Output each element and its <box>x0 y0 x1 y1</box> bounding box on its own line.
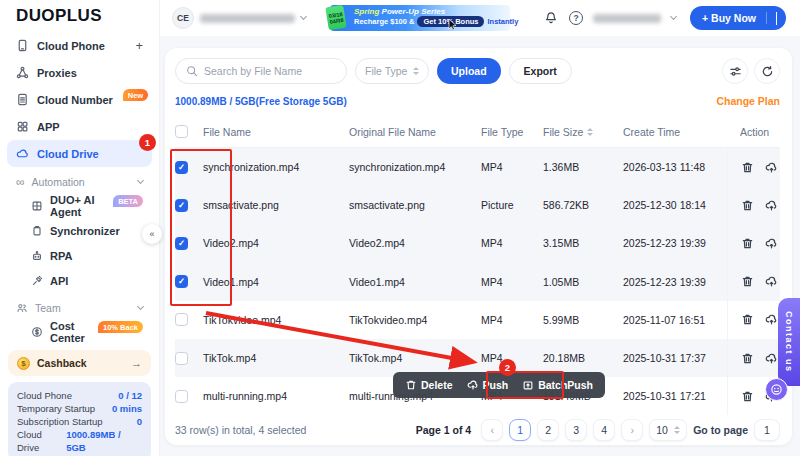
cost-center-icon <box>31 326 43 338</box>
arrow-right-icon: → <box>131 357 142 369</box>
bulk-delete-button[interactable]: Delete <box>405 379 453 391</box>
select-all-checkbox[interactable] <box>175 125 188 138</box>
stat-cloud-phone: Cloud Phone0 / 12 <box>17 389 142 402</box>
prev-page-button[interactable]: ‹ <box>481 419 503 441</box>
sort-carets-icon <box>413 67 419 75</box>
avatar[interactable]: CE <box>172 7 194 29</box>
file-toolbar: File Type Upload Export <box>175 58 780 84</box>
bulk-action-bar: Delete Push BatchPush <box>393 372 605 398</box>
sort-icon <box>587 128 593 136</box>
sidebar-item-cloud-phone[interactable]: Cloud Phone + <box>7 32 152 59</box>
automation-icon: ∞ <box>16 177 25 187</box>
push-icon[interactable] <box>765 161 778 174</box>
delete-icon[interactable] <box>741 237 754 250</box>
row-checkbox[interactable] <box>175 161 188 174</box>
help-icon[interactable]: ? <box>569 11 583 25</box>
sidebar-item-api[interactable]: API <box>7 268 152 293</box>
delete-icon[interactable] <box>741 161 754 174</box>
app-logo: DUOPLUS <box>0 0 159 32</box>
chevron-down-icon[interactable] <box>670 13 677 20</box>
table-header: File Name Original File Name File Type F… <box>175 116 780 148</box>
row-checkbox[interactable] <box>175 275 188 288</box>
cashback-banner[interactable]: $ Cashback → <box>8 350 151 376</box>
change-plan-link[interactable]: Change Plan <box>716 95 780 107</box>
sidebar-item-cost-center[interactable]: Cost Center 10% Back <box>7 319 152 344</box>
next-page-button[interactable]: › <box>621 419 643 441</box>
push-icon[interactable] <box>765 275 778 288</box>
sidebar-collapse-button[interactable]: « <box>142 224 162 244</box>
delete-icon[interactable] <box>741 275 754 288</box>
row-checkbox[interactable] <box>175 352 188 365</box>
row-checkbox[interactable] <box>175 390 188 403</box>
page-button-3[interactable]: 3 <box>565 419 587 441</box>
sort-carets-icon <box>674 426 680 434</box>
refresh-button[interactable] <box>754 58 780 84</box>
batch-push-icon <box>522 379 534 391</box>
sidebar-item-duo-ai-agent[interactable]: DUO+ AI Agent BETA <box>7 193 152 218</box>
upload-button[interactable]: Upload <box>437 58 501 84</box>
sidebar-section-team[interactable]: Team <box>7 297 152 319</box>
table-row[interactable]: smsactivate.png smsactivate.png Picture … <box>175 186 780 224</box>
buy-now-button[interactable]: + Buy Now <box>690 6 786 30</box>
search-box[interactable] <box>175 58 347 84</box>
masked-email <box>200 14 295 23</box>
sidebar: DUOPLUS Cloud Phone + Proxies Cloud Numb… <box>0 0 160 456</box>
table-row[interactable]: Video1.mp4 Video1.mp4 MP4 1.05MB 2025-12… <box>175 263 780 301</box>
table-row[interactable]: synchronization.mp4 synchronization.mp4 … <box>175 148 780 186</box>
app-grid-icon <box>16 120 29 133</box>
row-checkbox[interactable] <box>175 313 188 326</box>
push-icon[interactable] <box>765 237 778 250</box>
buy-now-dropdown[interactable] <box>767 12 786 24</box>
promo-banner[interactable]: 03/1804/08 Spring Power-Up Series Rechar… <box>330 5 510 31</box>
sidebar-item-app[interactable]: APP <box>7 113 152 140</box>
sidebar-item-cloud-number[interactable]: Cloud Number New <box>7 86 152 113</box>
row-checkbox[interactable] <box>175 199 188 212</box>
sidebar-item-rpa[interactable]: RPA <box>7 243 152 268</box>
cloud-icon <box>16 147 29 160</box>
contact-us-tab[interactable]: Contact us <box>778 298 800 386</box>
page-button-4[interactable]: 4 <box>593 419 615 441</box>
stat-subscription-startup: Subscription Startup0 <box>17 415 142 428</box>
push-icon <box>467 379 479 391</box>
sidebar-item-synchronizer[interactable]: Synchronizer <box>7 218 152 243</box>
proxies-icon <box>16 66 29 79</box>
row-checkbox[interactable] <box>175 237 188 250</box>
sidebar-item-cloud-drive[interactable]: Cloud Drive <box>7 140 152 167</box>
stat-cloud-drive: Cloud Drive1000.89MB / 5GB <box>17 428 142 454</box>
promo-title: Spring Power-Up Series <box>354 7 506 16</box>
storage-usage-text: 1000.89MB / 5GB(Free Storage 5GB) <box>175 96 347 107</box>
column-settings-button[interactable] <box>722 58 748 84</box>
file-size-sort-header[interactable]: File Size <box>543 126 623 138</box>
export-button[interactable]: Export <box>509 58 572 84</box>
chat-widget-button[interactable] <box>765 378 788 401</box>
push-icon[interactable] <box>765 199 778 212</box>
file-type-select[interactable]: File Type <box>355 58 429 84</box>
sidebar-item-proxies[interactable]: Proxies <box>7 59 152 86</box>
table-row[interactable]: Video2.mp4 Video2.mp4 MP4 3.15MB 2025-12… <box>175 224 780 262</box>
sidebar-section-automation[interactable]: ∞ Automation <box>7 171 152 193</box>
rows-summary: 33 row(s) in total, 4 selected <box>175 424 306 436</box>
sliders-icon <box>729 65 742 78</box>
goto-page-label: Go to page <box>693 424 748 436</box>
chevron-down-icon[interactable] <box>300 13 307 20</box>
new-badge: New <box>123 89 148 101</box>
page-button-1[interactable]: 1 <box>509 419 531 441</box>
delete-icon[interactable] <box>741 313 754 326</box>
delete-icon[interactable] <box>741 352 754 365</box>
push-icon[interactable] <box>765 313 778 326</box>
page-button-2[interactable]: 2 <box>537 419 559 441</box>
push-icon[interactable] <box>765 352 778 365</box>
bulk-batchpush-button[interactable]: BatchPush <box>522 379 593 391</box>
notification-bell-icon[interactable] <box>543 10 559 26</box>
bulk-push-button[interactable]: Push <box>467 379 509 391</box>
goto-page-input[interactable] <box>754 419 780 441</box>
search-input[interactable] <box>204 65 324 77</box>
topbar: CE 03/1804/08 Spring Power-Up Series Rec… <box>160 0 800 36</box>
delete-icon[interactable] <box>741 390 754 403</box>
stat-temporary-startup: Temporary Startup0 mins <box>17 402 142 415</box>
delete-icon[interactable] <box>741 199 754 212</box>
add-cloud-phone-button[interactable]: + <box>135 38 143 53</box>
chevron-down-icon <box>137 303 144 310</box>
table-row[interactable]: TikTokvideo.mp4 TikTokvideo.mp4 MP4 5.99… <box>175 301 780 339</box>
page-size-select[interactable]: 10 <box>649 419 687 441</box>
